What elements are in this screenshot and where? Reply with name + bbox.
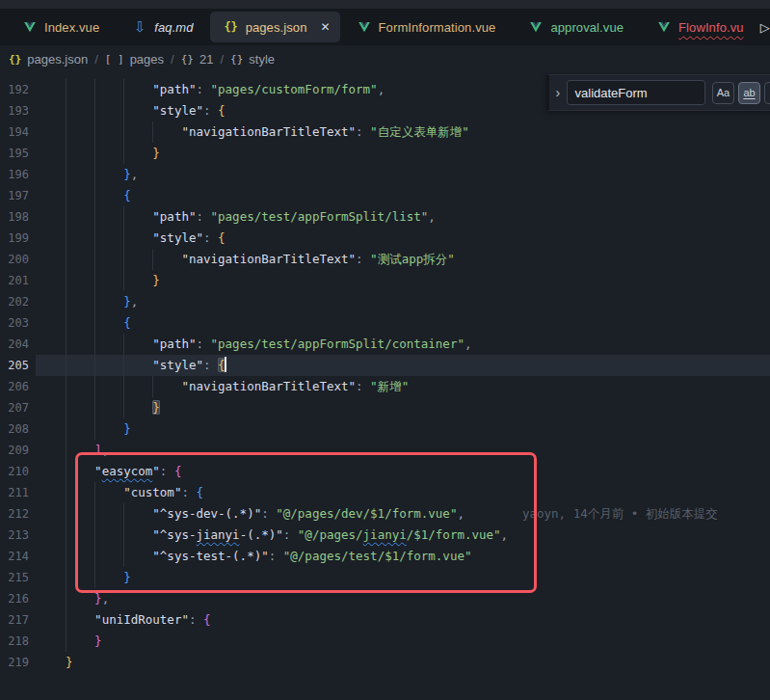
line-number[interactable]: 213 [0, 525, 29, 546]
find-replace-toggle-chevron-icon[interactable]: › [549, 85, 567, 100]
code-line-text[interactable]: ], [29, 440, 770, 461]
code-line-text[interactable]: "^sys-dev-(.*)": "@/pages/dev/$1/form.vu… [29, 503, 770, 525]
breadcrumb-item-21[interactable]: {}21 [181, 52, 214, 67]
line-number[interactable]: 199 [0, 228, 29, 249]
code-line-text[interactable]: "navigationBarTitleText": "测试app拆分" [29, 249, 770, 270]
code-token: "测试app拆分" [370, 252, 455, 266]
code-line-text[interactable]: } [29, 567, 770, 588]
code-token: , [457, 506, 465, 521]
indent-guide-icon [66, 121, 66, 143]
code-line-text[interactable]: "path": "pages/test/appFormSplit/contain… [29, 334, 770, 355]
line-number[interactable]: 207 [0, 397, 29, 418]
code-token: : [356, 124, 370, 139]
line-number[interactable]: 215 [0, 567, 29, 588]
tab-overflow-chevron-icon[interactable]: ▷ [760, 20, 770, 35]
line-number[interactable]: 203 [0, 312, 29, 334]
code-line-text[interactable]: "style": { [29, 228, 770, 249]
code-token [66, 400, 152, 415]
breadcrumb-item-style[interactable]: {}style [230, 52, 275, 67]
code-token [66, 146, 152, 160]
close-icon[interactable]: ✕ [321, 21, 331, 33]
code-line-text[interactable]: { [29, 185, 770, 206]
tab-pages-json[interactable]: {}pages.json✕ [210, 12, 340, 42]
code-line: 196 }, [0, 164, 770, 185]
tab-faq-md[interactable]: ⇩faq.md [116, 9, 209, 45]
line-number[interactable]: 212 [0, 503, 29, 525]
code-line-text[interactable]: }, [29, 291, 770, 312]
code-line-text[interactable]: }, [29, 588, 770, 609]
code-line: 209 ], [0, 440, 770, 461]
code-line-text[interactable]: } [29, 631, 770, 652]
code-line-text[interactable]: "navigationBarTitleText": "新增" [29, 376, 770, 397]
code-line-text[interactable]: "^sys-jianyi-(.*)": "@/pages/jianyi/$1/f… [29, 525, 770, 546]
line-number[interactable]: 198 [0, 206, 29, 228]
indent-guide-icon [66, 567, 66, 588]
code-line-text[interactable]: "path": "pages/test/appFormSplit/list", [29, 206, 770, 228]
line-number[interactable]: 205 [0, 355, 29, 376]
line-number[interactable]: 214 [0, 546, 29, 567]
code-line-text[interactable]: } [29, 397, 770, 418]
code-line: 219} [0, 652, 770, 673]
code-token: , [131, 294, 139, 309]
code-editor[interactable]: 192 "path": "pages/customForm/form",193 … [0, 72, 770, 700]
code-line-text[interactable]: "^sys-test-(.*)": "@/pages/test/$1/form.… [29, 546, 770, 567]
line-number[interactable]: 219 [0, 652, 29, 673]
line-number[interactable]: 201 [0, 270, 29, 291]
line-number[interactable]: 206 [0, 376, 29, 397]
tab-flowinfo-vu[interactable]: FlowInfo.vu [640, 9, 760, 45]
whole-word-button[interactable]: ab [738, 82, 760, 104]
line-number[interactable]: 196 [0, 164, 29, 185]
code-line-text[interactable]: } [29, 270, 770, 291]
line-number[interactable]: 200 [0, 249, 29, 270]
indent-guide-icon [123, 334, 124, 355]
indent-guide-icon [66, 503, 66, 525]
match-case-button[interactable]: Aa [712, 82, 734, 104]
code-line: 213 "^sys-jianyi-(.*)": "@/pages/jianyi/… [0, 525, 770, 546]
line-number[interactable]: 210 [0, 461, 29, 482]
line-number[interactable]: 211 [0, 482, 29, 503]
breadcrumb-separator: / [94, 52, 98, 67]
line-number[interactable]: 195 [0, 143, 29, 164]
code-line-text[interactable]: "style": { [29, 355, 770, 376]
code-token: , [102, 443, 110, 457]
code-token: "uniIdRouter" [94, 612, 189, 627]
line-number[interactable]: 192 [0, 79, 29, 100]
line-number[interactable]: 209 [0, 440, 29, 461]
regex-button[interactable]: .* [764, 82, 770, 104]
line-number[interactable]: 208 [0, 418, 29, 440]
code-line-text[interactable]: } [29, 418, 770, 440]
code-token: } [66, 655, 73, 669]
code-line-text[interactable]: "uniIdRouter": { [29, 609, 770, 631]
code-line-text[interactable]: } [29, 143, 770, 164]
find-input[interactable]: validateForm [567, 80, 705, 105]
indent-guide-icon [66, 440, 66, 461]
code-line-text[interactable]: { [29, 312, 770, 334]
vscode-window: Index.vue⇩faq.md{}pages.json✕FormInforma… [0, 0, 770, 700]
code-line-text[interactable]: "navigationBarTitleText": "自定义表单新增" [29, 121, 770, 143]
breadcrumb-item-pages[interactable]: [ ]pages [105, 52, 164, 67]
code-line-text[interactable]: "custom": { [29, 482, 770, 503]
code-line: 206 "navigationBarTitleText": "新增" [0, 376, 770, 397]
tab-approval-vue[interactable]: approval.vue [512, 9, 640, 45]
breadcrumb-item-pages-json[interactable]: {}pages.json [9, 52, 88, 67]
line-number[interactable]: 193 [0, 100, 29, 121]
tab-index-vue[interactable]: Index.vue [6, 9, 116, 45]
code-line: 218 } [0, 631, 770, 652]
tab-forminformation-vue[interactable]: FormInformation.vue [340, 9, 513, 45]
line-number[interactable]: 217 [0, 609, 29, 631]
code-token: "pages/customForm/form" [211, 82, 378, 96]
code-token [66, 527, 152, 542]
line-number[interactable]: 216 [0, 588, 29, 609]
line-number[interactable]: 218 [0, 631, 29, 652]
code-line: 216 }, [0, 588, 770, 609]
code-token: , [428, 209, 436, 224]
line-number[interactable]: 204 [0, 334, 29, 355]
code-line-text[interactable]: } [29, 652, 770, 673]
code-token: easycom [102, 464, 153, 478]
line-number[interactable]: 194 [0, 121, 29, 143]
code-line: 197 { [0, 185, 770, 206]
line-number[interactable]: 202 [0, 291, 29, 312]
code-line-text[interactable]: }, [29, 164, 770, 185]
line-number[interactable]: 197 [0, 185, 29, 206]
code-line-text[interactable]: "easycom": { [29, 461, 770, 482]
